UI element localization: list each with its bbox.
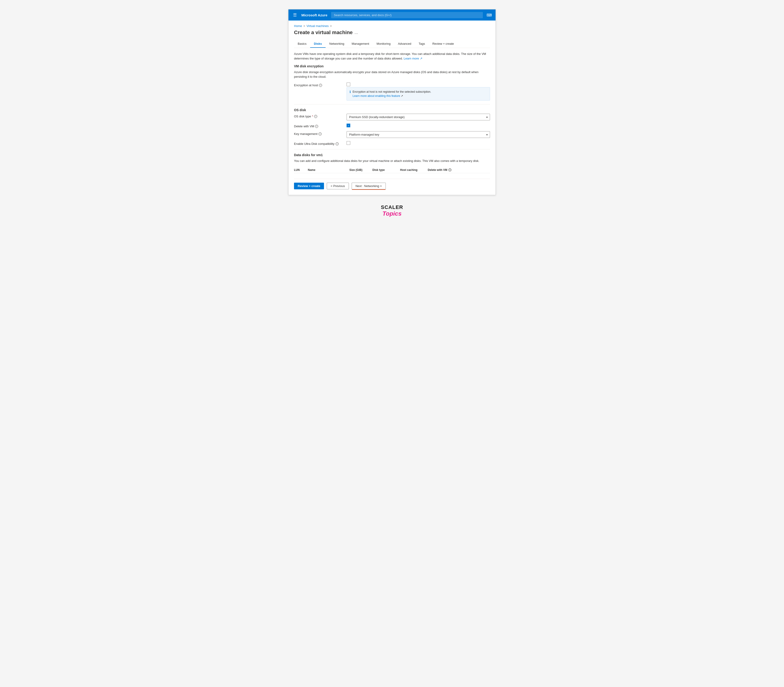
azure-window: ☰ Microsoft Azure ⌨ Home > Virtual machi… (288, 9, 496, 195)
previous-button[interactable]: < Previous (327, 182, 349, 189)
key-management-dropdown-wrapper: Platform-managed key Customer-managed ke… (347, 131, 490, 138)
page-content: Home > Virtual machines > Create a virtu… (288, 21, 496, 195)
breadcrumb-sep2: > (330, 24, 332, 28)
os-disk-type-info-icon[interactable]: ⓘ (314, 115, 317, 118)
tab-monitoring[interactable]: Monitoring (373, 40, 394, 48)
tab-advanced[interactable]: Advanced (394, 40, 415, 48)
disk-description: Azure VMs have one operating system disk… (294, 52, 490, 61)
next-networking-button[interactable]: Next : Networking > (352, 182, 386, 189)
tab-management[interactable]: Management (348, 40, 373, 48)
shell-icon[interactable]: ⌨ (487, 13, 492, 17)
tab-bar: Basics Disks Networking Management Monit… (294, 40, 490, 48)
encryption-checkbox[interactable] (347, 82, 350, 86)
tab-disks[interactable]: Disks (310, 40, 325, 48)
data-disks-table-header: LUN Name Size (GiB) Disk type Host cachi… (294, 167, 490, 173)
footer-logo: SCALER Topics (381, 204, 403, 217)
azure-header: ☰ Microsoft Azure ⌨ (288, 10, 496, 21)
encryption-checkbox-wrap (347, 82, 490, 86)
col-header-delete-with-vm: Delete with VM ⓘ (428, 168, 452, 172)
azure-logo: Microsoft Azure (301, 13, 327, 17)
tab-basics[interactable]: Basics (294, 40, 310, 48)
encryption-info-box: ℹ Encryption at host is not registered f… (347, 87, 490, 100)
col-delete-info-icon[interactable]: ⓘ (448, 168, 452, 172)
search-input[interactable] (331, 12, 483, 18)
action-buttons: Review + create < Previous Next : Networ… (294, 179, 490, 189)
os-disk-type-select[interactable]: Premium SSD (locally-redundant storage) … (347, 114, 490, 120)
col-header-name: Name (308, 168, 349, 172)
encryption-info-icon[interactable]: ⓘ (319, 84, 322, 87)
delete-with-vm-control: ✓ (347, 123, 490, 127)
encryption-control: ℹ Encryption at host is not registered f… (347, 82, 490, 100)
review-create-button[interactable]: Review + create (294, 182, 324, 189)
tab-tags[interactable]: Tags (415, 40, 429, 48)
section-divider-2 (294, 149, 490, 150)
os-disk-type-dropdown-wrapper: Premium SSD (locally-redundant storage) … (347, 114, 490, 120)
key-management-control: Platform-managed key Customer-managed ke… (347, 131, 490, 138)
key-management-row: Key management ⓘ Platform-managed key Cu… (294, 131, 490, 138)
encryption-at-host-row: Encryption at host ⓘ ℹ Encryption at hos… (294, 82, 490, 100)
encryption-label: Encryption at host ⓘ (294, 82, 345, 87)
delete-with-vm-label: Delete with VM ⓘ (294, 123, 345, 128)
delete-with-vm-checkbox[interactable]: ✓ (347, 123, 350, 127)
info-box-icon: ℹ (350, 90, 351, 94)
col-header-size: Size (GiB) (349, 168, 372, 172)
info-box-link[interactable]: Learn more about enabling this feature (353, 94, 400, 97)
info-box-link-icon: ↗ (401, 94, 403, 97)
os-disk-title: OS disk (294, 108, 490, 112)
os-disk-type-row: OS disk type * ⓘ Premium SSD (locally-re… (294, 114, 490, 120)
info-box-text: Encryption at host is not registered for… (353, 90, 431, 98)
data-disks-title: Data disks for vm1 (294, 153, 490, 157)
breadcrumb-home[interactable]: Home (294, 24, 302, 28)
ultra-disk-checkbox[interactable] (347, 141, 350, 145)
data-disks-desc: You can add and configure additional dat… (294, 159, 490, 163)
key-management-info-icon[interactable]: ⓘ (319, 132, 322, 136)
tab-networking[interactable]: Networking (325, 40, 348, 48)
breadcrumb: Home > Virtual machines > (294, 24, 490, 28)
breadcrumb-vms[interactable]: Virtual machines (306, 24, 329, 28)
hamburger-menu[interactable]: ☰ (292, 12, 297, 18)
tab-review-create[interactable]: Review + create (429, 40, 458, 48)
vm-disk-encryption-title: VM disk encryption (294, 64, 490, 68)
delete-with-vm-info-icon[interactable]: ⓘ (315, 125, 318, 128)
page-title-ellipsis[interactable]: ... (354, 30, 358, 35)
topics-text: Topics (381, 210, 403, 217)
ultra-disk-label: Enable Ultra Disk compatibility ⓘ (294, 141, 345, 146)
ultra-disk-row: Enable Ultra Disk compatibility ⓘ (294, 141, 490, 146)
delete-with-vm-row: Delete with VM ⓘ ✓ (294, 123, 490, 128)
key-management-select[interactable]: Platform-managed key Customer-managed ke… (347, 131, 490, 138)
os-disk-type-control: Premium SSD (locally-redundant storage) … (347, 114, 490, 120)
page-title-text: Create a virtual machine (294, 30, 353, 36)
col-header-lun: LUN (294, 168, 308, 172)
scaler-text: SCALER (381, 204, 403, 210)
ultra-disk-info-icon[interactable]: ⓘ (335, 142, 339, 146)
learn-more-link[interactable]: Learn more ↗ (404, 57, 422, 60)
os-disk-type-label: OS disk type * ⓘ (294, 114, 345, 118)
vm-disk-encryption-desc: Azure disk storage encryption automatica… (294, 70, 490, 79)
key-management-label: Key management ⓘ (294, 131, 345, 136)
col-header-disk-type: Disk type (372, 168, 400, 172)
ultra-disk-control (347, 141, 490, 145)
col-header-host-caching: Host caching (400, 168, 428, 172)
breadcrumb-sep1: > (304, 24, 305, 28)
required-star: * (312, 115, 313, 118)
page-title: Create a virtual machine ... (294, 30, 490, 36)
